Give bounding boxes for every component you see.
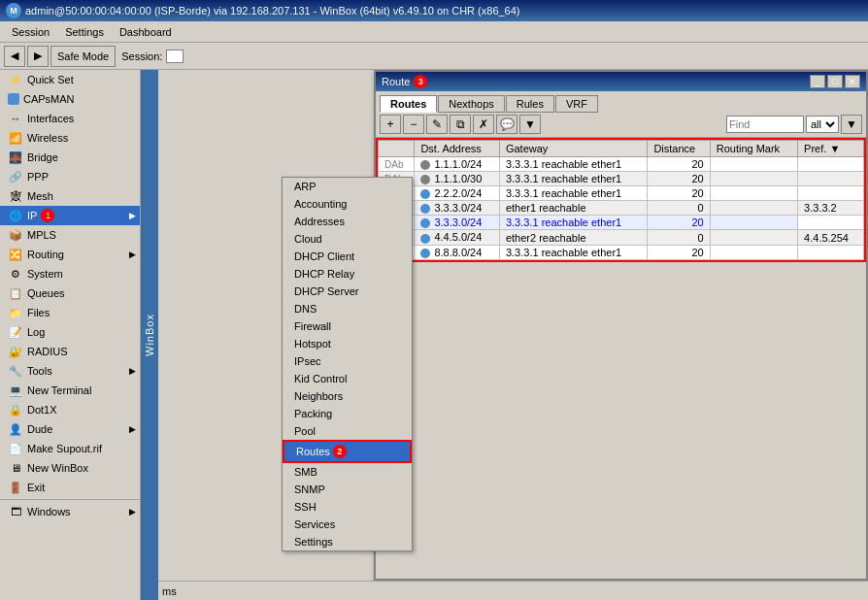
row-status-icon [420,175,430,184]
dropdown-item-neighbors[interactable]: Neighbors [283,387,412,405]
dropdown-item-ssh[interactable]: SSH [283,498,412,516]
dropdown-item-dhcp-client[interactable]: DHCP Client [283,248,412,265]
tab-rules[interactable]: Rules [506,95,554,113]
sidebar-item-wireless[interactable]: 📶 Wireless [0,128,140,148]
menu-dashboard[interactable]: Dashboard [112,24,180,40]
sidebar-item-interfaces[interactable]: ↔ Interfaces [0,109,140,128]
row-dst-cell: 1.1.1.0/24 [415,157,500,172]
ip-dropdown-menu: ARP Accounting Addresses Cloud DHCP Clie… [282,177,413,551]
back-button[interactable]: ◀ [4,46,25,67]
sidebar-item-capsman[interactable]: CAPsMAN [0,89,140,109]
dropdown-item-kid-control[interactable]: Kid Control [283,370,412,387]
dropdown-item-routes[interactable]: Routes 2 [283,440,412,463]
table-row[interactable]: DAb1.1.1.0/303.3.3.1 reachable ether120 [379,172,864,186]
dropdown-item-services[interactable]: Services [283,516,412,533]
remove-route-button[interactable]: − [403,115,424,134]
comment-route-button[interactable]: 💬 [496,115,517,134]
dropdown-item-smb[interactable]: SMB [283,463,412,481]
copy-route-button[interactable]: ⧉ [450,115,471,134]
route-window: Route 3 _ □ ✕ Routes Nexthops Rules VRF … [374,70,868,581]
menu-session[interactable]: Session [4,24,57,40]
sidebar-item-exit[interactable]: 🚪 Exit [0,478,140,497]
sidebar-item-new-terminal[interactable]: 💻 New Terminal [0,381,140,400]
system-icon: ⚙ [8,266,23,282]
dropdown-item-pool[interactable]: Pool [283,422,412,440]
sidebar-item-radius[interactable]: 🔐 RADIUS [0,342,140,361]
find-input[interactable] [726,116,804,133]
dropdown-item-hotspot[interactable]: Hotspot [283,335,412,352]
sidebar-item-bridge[interactable]: 🌉 Bridge [0,148,140,167]
row-routing-mark-cell [710,172,797,186]
sidebar-item-tools[interactable]: 🔧 Tools ▶ [0,361,140,381]
dropdown-item-dhcp-server[interactable]: DHCP Server [283,283,412,300]
table-row[interactable]: 8.8.8.0/243.3.3.1 reachable ether120 [379,245,864,259]
table-row[interactable]: 4.4.5.0/24ether2 reachable04.4.5.254 [379,230,864,245]
sidebar-item-quick-set[interactable]: ⚡ Quick Set [0,70,140,89]
sidebar-item-system[interactable]: ⚙ System [0,264,140,283]
filter-route-button[interactable]: ▼ [519,115,541,134]
col-pref[interactable]: Pref. ▼ [798,141,864,157]
sidebar-item-ppp[interactable]: 🔗 PPP [0,167,140,186]
row-distance-cell: 20 [648,157,710,172]
row-pref-cell [798,157,864,172]
col-gateway[interactable]: Gateway [499,141,647,157]
sidebar-item-dot1x[interactable]: 🔒 Dot1X [0,400,140,419]
table-row[interactable]: 3.3.3.0/24ether1 reachable03.3.3.2 [379,201,864,216]
forward-button[interactable]: ▶ [27,46,49,67]
row-pref-cell [798,186,864,201]
close-button[interactable]: ✕ [845,75,860,88]
row-gateway-cell: 3.3.3.1 reachable ether1 [499,172,647,186]
dropdown-item-arp[interactable]: ARP [283,178,412,195]
dropdown-item-cloud[interactable]: Cloud [283,230,412,248]
sidebar-item-mesh[interactable]: 🕸 Mesh [0,186,140,206]
add-route-button[interactable]: + [380,115,401,134]
tab-nexthops[interactable]: Nexthops [438,95,504,113]
sidebar-item-new-winbox[interactable]: 🖥 New WinBox [0,458,140,478]
table-row[interactable]: 3.3.3.0/243.3.3.1 reachable ether120 [379,216,864,230]
sidebar-item-ip[interactable]: 🌐 IP 1 ▶ [0,206,140,225]
sidebar-item-queues[interactable]: 📋 Queues [0,283,140,303]
sidebar-item-mpls[interactable]: 📦 MPLS [0,225,140,245]
minimize-button[interactable]: _ [810,75,825,88]
dropdown-item-accounting[interactable]: Accounting [283,195,412,213]
table-row[interactable]: 2.2.2.0/243.3.3.1 reachable ether120 [379,186,864,201]
dropdown-item-firewall[interactable]: Firewall [283,317,412,335]
dropdown-item-snmp[interactable]: SNMP [283,481,412,498]
tab-vrf[interactable]: VRF [555,95,598,113]
row-dst-cell: 3.3.3.0/24 [415,216,500,230]
disable-route-button[interactable]: ✗ [473,115,494,134]
table-row[interactable]: DAb1.1.1.0/243.3.3.1 reachable ether120 [379,157,864,172]
col-routing-mark[interactable]: Routing Mark [710,141,797,157]
sidebar-item-windows[interactable]: 🗔 Windows ▶ [0,502,140,521]
dropdown-item-packing[interactable]: Packing [283,405,412,422]
find-select[interactable]: all [806,116,839,133]
sidebar-item-make-supout[interactable]: 📄 Make Supout.rif [0,439,140,458]
col-dst[interactable]: Dst. Address [415,141,500,157]
dropdown-item-dhcp-relay[interactable]: DHCP Relay [283,265,412,283]
row-pref-cell [798,245,864,259]
sidebar-item-log[interactable]: 📝 Log [0,322,140,342]
menu-settings[interactable]: Settings [57,24,112,40]
dropdown-item-ipsec[interactable]: IPsec [283,352,412,370]
safe-mode-button[interactable]: Safe Mode [50,46,116,67]
app-icon: M [6,3,21,18]
maximize-button[interactable]: □ [827,75,843,88]
dropdown-item-addresses[interactable]: Addresses [283,213,412,230]
find-arrow-button[interactable]: ▼ [841,115,862,134]
sidebar-item-dude[interactable]: 👤 Dude ▶ [0,419,140,439]
col-distance[interactable]: Distance [648,141,710,157]
route-window-badge: 3 [414,75,427,88]
mesh-icon: 🕸 [8,188,23,204]
sidebar-item-routing[interactable]: 🔀 Routing ▶ [0,245,140,264]
row-distance-cell: 20 [648,216,710,230]
dropdown-item-dns[interactable]: DNS [283,300,412,317]
route-toolbar: + − ✎ ⧉ ✗ 💬 ▼ all ▼ [376,112,866,138]
menu-bar: Session Settings Dashboard [0,21,868,43]
route-window-title-text: Route [382,76,410,87]
dropdown-item-settings[interactable]: Settings [283,533,412,550]
routing-arrow: ▶ [129,250,136,259]
tab-routes[interactable]: Routes [380,95,437,113]
tools-arrow: ▶ [129,366,136,376]
sidebar-item-files[interactable]: 📁 Files [0,303,140,322]
edit-route-button[interactable]: ✎ [426,115,448,134]
